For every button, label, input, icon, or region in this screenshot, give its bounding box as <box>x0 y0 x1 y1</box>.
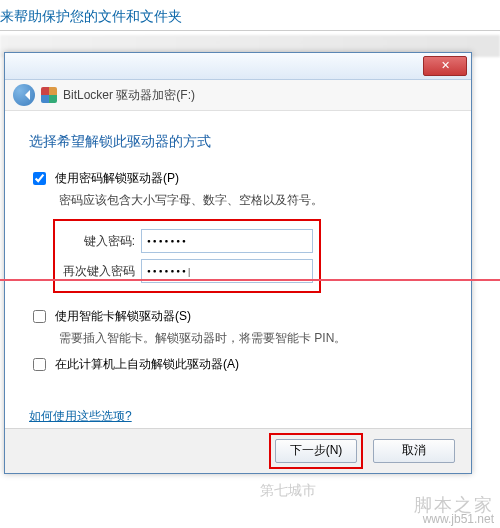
dialog-content: 选择希望解锁此驱动器的方式 使用密码解锁驱动器(P) 密码应该包含大小写字母、数… <box>5 111 471 433</box>
cancel-button[interactable]: 取消 <box>373 439 455 463</box>
toolbar: BitLocker 驱动器加密(F:) <box>5 80 471 111</box>
opt-password-checkbox[interactable] <box>33 172 46 185</box>
opt-smartcard-label: 使用智能卡解锁驱动器(S) <box>55 308 191 325</box>
password-label: 键入密码: <box>57 233 135 250</box>
opt-password-row[interactable]: 使用密码解锁驱动器(P) <box>29 169 447 188</box>
bitlocker-dialog: ✕ BitLocker 驱动器加密(F:) 选择希望解锁此驱动器的方式 使用密码… <box>4 52 472 474</box>
toolbar-title: BitLocker 驱动器加密(F:) <box>63 87 195 104</box>
opt-auto-row[interactable]: 在此计算机上自动解锁此驱动器(A) <box>29 355 447 374</box>
opt-password-label: 使用密码解锁驱动器(P) <box>55 170 179 187</box>
back-icon[interactable] <box>13 84 35 106</box>
confirm-label: 再次键入密码 <box>57 263 135 280</box>
titlebar: ✕ <box>5 53 471 80</box>
heading: 选择希望解锁此驱动器的方式 <box>29 133 447 151</box>
watermark-right: 脚本之家 www.jb51.net <box>414 498 494 526</box>
opt-auto-label: 在此计算机上自动解锁此驱动器(A) <box>55 356 239 373</box>
help-link[interactable]: 如何使用这些选项? <box>29 408 132 425</box>
divider <box>0 30 500 31</box>
highlight-next-button: 下一步(N) <box>269 433 363 469</box>
password-input[interactable] <box>141 229 313 253</box>
dialog-footer: 下一步(N) 取消 <box>5 428 471 473</box>
watermark-site: 脚本之家 <box>414 498 494 512</box>
opt-auto-checkbox[interactable] <box>33 358 46 371</box>
shield-icon <box>41 87 57 103</box>
watermark-url: www.jb51.net <box>414 512 494 526</box>
page-title: 来帮助保护您的文件和文件夹 <box>0 0 500 30</box>
opt-smartcard-row[interactable]: 使用智能卡解锁驱动器(S) <box>29 307 447 326</box>
watermark-center: 第七城市 <box>260 482 316 500</box>
opt-smartcard-checkbox[interactable] <box>33 310 46 323</box>
password-hint: 密码应该包含大小写字母、数字、空格以及符号。 <box>59 192 447 209</box>
red-rule-annotation <box>0 279 500 281</box>
highlight-password-fields: 键入密码: 再次键入密码 <box>53 219 321 293</box>
smartcard-hint: 需要插入智能卡。解锁驱动器时，将需要智能卡 PIN。 <box>59 330 447 347</box>
close-button[interactable]: ✕ <box>423 56 467 76</box>
next-button[interactable]: 下一步(N) <box>275 439 357 463</box>
